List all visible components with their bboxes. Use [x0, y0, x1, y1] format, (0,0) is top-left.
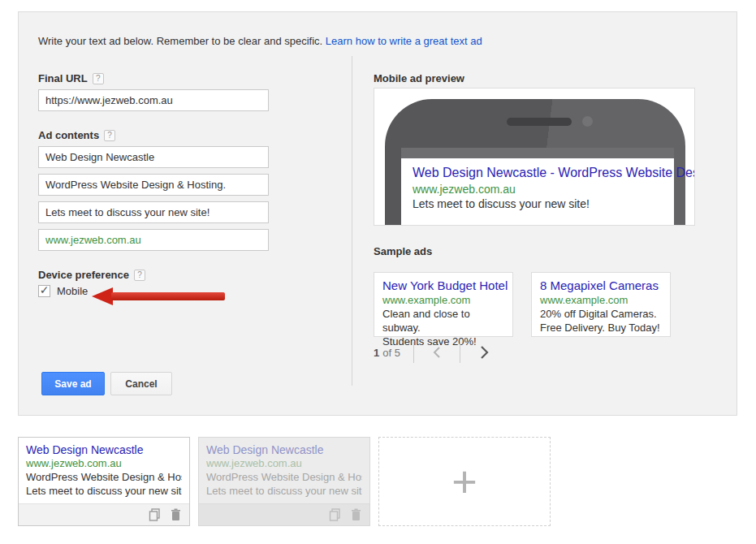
help-icon[interactable]: ? [134, 270, 145, 281]
help-icon[interactable]: ? [104, 130, 115, 141]
display-url-input[interactable] [38, 229, 269, 251]
sample-ad-line2: Free Delivery. Buy Today! [540, 321, 662, 335]
phone-camera [582, 116, 593, 127]
mobile-checkbox-label: Mobile [57, 285, 88, 297]
preview-ad-headline: Web Design Newcastle - WordPress Website… [413, 166, 674, 180]
copy-icon[interactable] [149, 508, 161, 522]
save-ad-button[interactable]: Save ad [41, 372, 105, 395]
mobile-checkbox[interactable]: ✓ [38, 285, 50, 297]
help-icon[interactable]: ? [93, 73, 104, 84]
ad-card-headline: Web Design Newcastle [206, 443, 362, 456]
sample-ad-line1: Clean and close to subway. [382, 307, 504, 335]
preview-ad-url: www.jezweb.com.au [413, 183, 674, 196]
ad-card-headline: Web Design Newcastle [26, 443, 182, 456]
chevron-right-icon [477, 344, 491, 361]
headline-input[interactable] [38, 146, 269, 168]
sample-ad-url: www.example.com [540, 294, 662, 306]
device-preference-label-text: Device preference [38, 269, 129, 281]
red-arrow-annotation [92, 287, 227, 305]
ad-contents-label-text: Ad contents [38, 129, 99, 141]
sample-ads-pagination: 1 of 5 [374, 340, 495, 365]
page-current: 1 [374, 347, 379, 359]
ad-card-url: www.jezweb.com.au [26, 457, 182, 469]
ad-card-line2: Lets meet to discuss your new site! [26, 484, 182, 498]
ad-card-inactive[interactable]: Web Design Newcastle www.jezweb.com.au W… [198, 437, 370, 526]
column-divider [352, 56, 352, 386]
device-preference-label: Device preference ? [38, 269, 145, 281]
add-ad-card-button[interactable]: + [378, 437, 551, 526]
phone-screen: Web Design Newcastle - WordPress Website… [401, 158, 674, 226]
preview-ad-description: Lets meet to discuss your new site! [413, 197, 674, 210]
sample-ad-headline: New York Budget Hotel [382, 278, 504, 292]
ad-card-line1: WordPress Website Design & Hosting. [206, 470, 362, 484]
learn-more-link[interactable]: Learn how to write a great text ad [326, 35, 482, 47]
trash-icon[interactable] [171, 508, 181, 521]
sample-ad-card: New York Budget Hotel www.example.com Cl… [374, 272, 513, 337]
ad-card-line1: WordPress Website Design & Hosting. [26, 470, 182, 484]
copy-icon[interactable] [329, 508, 341, 522]
phone-speaker [507, 118, 572, 126]
final-url-label: Final URL ? [38, 72, 104, 84]
phone-mockup: Web Design Newcastle - WordPress Website… [385, 99, 685, 226]
trash-icon[interactable] [351, 508, 361, 521]
ad-card-body: Web Design Newcastle www.jezweb.com.au W… [19, 438, 189, 503]
ad-card-toolbar [199, 503, 369, 525]
sample-ads-title: Sample ads [374, 245, 432, 257]
pager-divider [460, 342, 460, 363]
mobile-preference-row: ✓ Mobile [38, 285, 88, 297]
intro-instruction: Write your text ad below. Remember to be… [38, 35, 322, 47]
ad-contents-label: Ad contents ? [38, 129, 115, 141]
sample-ad-headline: 8 Megapixel Cameras [540, 278, 662, 292]
sample-ad-line1: 20% off Digital Cameras. [540, 307, 662, 321]
ad-card-body: Web Design Newcastle www.jezweb.com.au W… [199, 438, 369, 503]
description-line2-input[interactable] [38, 201, 269, 223]
chevron-left-icon [430, 345, 443, 360]
prev-page-button[interactable] [427, 345, 447, 360]
sample-ad-url: www.example.com [382, 294, 504, 306]
mobile-preview-box: Web Design Newcastle - WordPress Website… [374, 88, 695, 226]
next-page-button[interactable] [473, 344, 495, 361]
description-line1-input[interactable] [38, 174, 269, 196]
ad-card-url: www.jezweb.com.au [206, 457, 362, 469]
final-url-label-text: Final URL [38, 72, 88, 84]
ad-card-toolbar [19, 503, 189, 525]
arrow-head [92, 287, 113, 305]
intro-text: Write your text ad below. Remember to be… [38, 35, 482, 47]
cancel-button[interactable]: Cancel [110, 372, 172, 395]
final-url-input[interactable] [38, 89, 269, 111]
mobile-preview-title: Mobile ad preview [374, 72, 464, 84]
phone-statusbar [401, 148, 674, 158]
pager-divider [413, 342, 414, 363]
plus-icon: + [451, 460, 477, 503]
arrow-tail [111, 292, 225, 300]
ad-editor-panel: Write your text ad below. Remember to be… [18, 11, 737, 416]
ad-card-line2: Lets meet to discuss your new site! [206, 484, 362, 498]
page-of-label: of 5 [382, 347, 400, 359]
sample-ad-card: 8 Megapixel Cameras www.example.com 20% … [531, 272, 671, 337]
ad-card-active[interactable]: Web Design Newcastle www.jezweb.com.au W… [18, 437, 190, 526]
